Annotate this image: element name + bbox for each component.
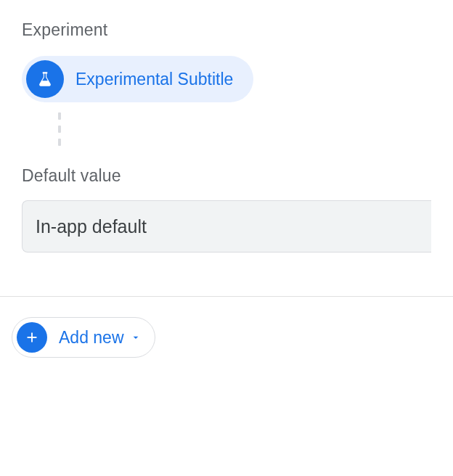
tree-connector — [58, 112, 431, 146]
plus-icon — [17, 322, 47, 353]
default-value-section: Default value In-app default — [0, 146, 453, 296]
default-value-dropdown[interactable]: In-app default — [22, 200, 431, 253]
footer-section: Add new — [0, 297, 453, 378]
default-value-selected: In-app default — [36, 216, 147, 237]
flask-icon — [26, 60, 64, 98]
add-new-label: Add new — [59, 328, 124, 348]
experiment-label: Experiment — [22, 20, 431, 40]
add-new-button[interactable]: Add new — [12, 317, 155, 358]
experiment-chip[interactable]: Experimental Subtitle — [22, 56, 253, 102]
experiment-chip-text: Experimental Subtitle — [76, 70, 233, 89]
default-value-label: Default value — [22, 166, 431, 186]
experiment-section: Experiment Experimental Subtitle — [0, 0, 453, 146]
chevron-down-icon — [130, 332, 142, 343]
